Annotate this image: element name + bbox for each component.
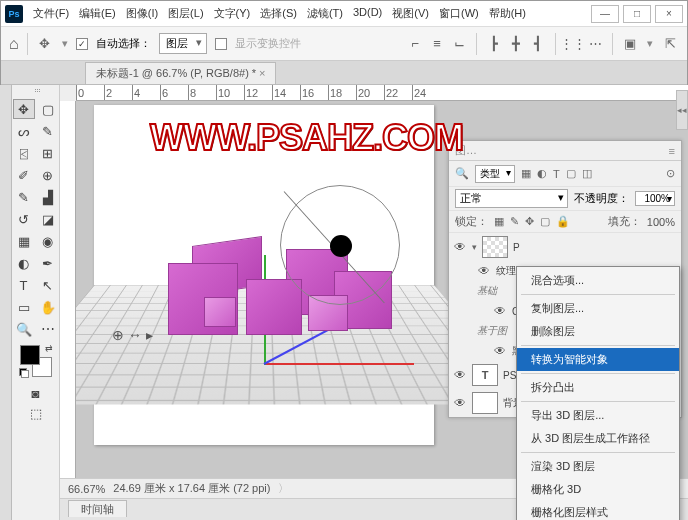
menu-window[interactable]: 窗口(W): [435, 3, 483, 24]
align-center-icon[interactable]: ╋: [507, 35, 525, 53]
blend-mode-dropdown[interactable]: 正常: [455, 189, 568, 208]
quick-select-tool[interactable]: ✎: [37, 121, 59, 141]
visibility-icon[interactable]: 👁: [493, 344, 507, 358]
3d-mode-icon[interactable]: ▣: [621, 35, 639, 53]
menu-3d[interactable]: 3D(D): [349, 3, 386, 24]
maximize-button[interactable]: □: [623, 5, 651, 23]
screen-mode-tool[interactable]: ⬚: [25, 403, 47, 423]
auto-select-dropdown[interactable]: 图层: [159, 33, 207, 54]
default-colors-icon[interactable]: [19, 368, 29, 378]
document-tab[interactable]: 未标题-1 @ 66.7% (P, RGB/8#) * ×: [85, 62, 276, 84]
quick-mask-tool[interactable]: ◙: [25, 383, 47, 403]
gradient-tool[interactable]: ▦: [13, 231, 35, 251]
layer-name[interactable]: P: [513, 242, 677, 253]
layer-row[interactable]: 👁 ▾ P: [449, 233, 681, 261]
filter-smart-icon[interactable]: ◫: [582, 167, 592, 180]
path-select-tool[interactable]: ↖: [37, 275, 59, 295]
align-left-icon[interactable]: ┣: [485, 35, 503, 53]
share-icon[interactable]: ⇱: [661, 35, 679, 53]
filter-toggle-icon[interactable]: ⊙: [666, 167, 675, 180]
visibility-icon[interactable]: 👁: [453, 396, 467, 410]
menu-select[interactable]: 选择(S): [256, 3, 301, 24]
context-menu-item[interactable]: 复制图层...: [517, 297, 679, 320]
auto-select-checkbox[interactable]: ✓: [76, 38, 88, 50]
blur-tool[interactable]: ◉: [37, 231, 59, 251]
timeline-tab-label[interactable]: 时间轴: [68, 500, 127, 517]
panel-collapse-icon[interactable]: ◂◂: [676, 90, 688, 130]
3d-move-gizmo[interactable]: ⊕ ↔ ▸: [112, 327, 172, 343]
type-tool[interactable]: T: [13, 275, 35, 295]
layer-thumbnail[interactable]: [482, 236, 508, 258]
more-icon[interactable]: ⋯: [586, 35, 604, 53]
healing-tool[interactable]: ⊕: [37, 165, 59, 185]
visibility-icon[interactable]: 👁: [477, 264, 491, 278]
menu-view[interactable]: 视图(V): [388, 3, 433, 24]
layer-thumbnail[interactable]: T: [472, 364, 498, 386]
dodge-tool[interactable]: ◐: [13, 253, 35, 273]
align-bot-icon[interactable]: ⌙: [450, 35, 468, 53]
menu-layer[interactable]: 图层(L): [164, 3, 207, 24]
context-menu-item[interactable]: 拆分凸出: [517, 376, 679, 399]
menu-filter[interactable]: 滤镜(T): [303, 3, 347, 24]
edit-toolbar[interactable]: ⋯: [37, 319, 59, 339]
color-swatch[interactable]: ⇄: [20, 345, 52, 377]
visibility-icon[interactable]: 👁: [453, 240, 467, 254]
eraser-tool[interactable]: ◪: [37, 209, 59, 229]
lock-position-icon[interactable]: ✥: [525, 215, 534, 228]
menu-type[interactable]: 文字(Y): [210, 3, 255, 24]
context-menu-item[interactable]: 渲染 3D 图层: [517, 455, 679, 478]
pen-tool[interactable]: ✒: [37, 253, 59, 273]
lasso-tool[interactable]: ᔕ: [13, 121, 35, 141]
visibility-icon[interactable]: 👁: [453, 368, 467, 382]
menu-file[interactable]: 文件(F): [29, 3, 73, 24]
move-tool-icon[interactable]: ✥: [36, 35, 54, 53]
layer-filter-dropdown[interactable]: 类型: [475, 165, 515, 183]
panel-tab-icon[interactable]: 图…: [455, 143, 477, 158]
menu-edit[interactable]: 编辑(E): [75, 3, 120, 24]
history-brush-tool[interactable]: ↺: [13, 209, 35, 229]
lock-all-icon[interactable]: 🔒: [556, 215, 570, 228]
menu-help[interactable]: 帮助(H): [485, 3, 530, 24]
foreground-color[interactable]: [20, 345, 40, 365]
lock-artboard-icon[interactable]: ▢: [540, 215, 550, 228]
lock-transparent-icon[interactable]: ▦: [494, 215, 504, 228]
context-menu-item[interactable]: 栅格化图层样式: [517, 501, 679, 520]
ruler-vertical[interactable]: [60, 101, 76, 478]
fill-field[interactable]: 100%: [647, 216, 675, 228]
zoom-level[interactable]: 66.67%: [68, 483, 105, 495]
swap-colors-icon[interactable]: ⇄: [45, 343, 53, 353]
left-panel-collapse[interactable]: [0, 85, 12, 520]
document[interactable]: ⊕ ↔ ▸: [94, 105, 434, 445]
distribute-icon[interactable]: ⋮⋮: [564, 35, 582, 53]
document-dimensions[interactable]: 24.69 厘米 x 17.64 厘米 (72 ppi): [113, 481, 270, 496]
ruler-horizontal[interactable]: 024681012141618202224: [76, 85, 688, 101]
context-menu-item[interactable]: 从 3D 图层生成工作路径: [517, 427, 679, 450]
eyedropper-tool[interactable]: ✐: [13, 165, 35, 185]
layer-thumbnail[interactable]: [472, 392, 498, 414]
opacity-field[interactable]: 100%: [635, 191, 675, 206]
panel-menu-icon[interactable]: ≡: [669, 145, 675, 157]
context-menu-item[interactable]: 栅格化 3D: [517, 478, 679, 501]
menu-image[interactable]: 图像(I): [122, 3, 162, 24]
filter-pixel-icon[interactable]: ▦: [521, 167, 531, 180]
3d-rotate-knob[interactable]: [330, 235, 352, 257]
lock-paint-icon[interactable]: ✎: [510, 215, 519, 228]
brush-tool[interactable]: ✎: [13, 187, 35, 207]
zoom-tool[interactable]: 🔍: [13, 319, 35, 339]
filter-type-icon[interactable]: T: [553, 168, 560, 180]
close-button[interactable]: ×: [655, 5, 683, 23]
context-menu-item[interactable]: 删除图层: [517, 320, 679, 343]
marquee-tool[interactable]: ▢: [37, 99, 59, 119]
visibility-icon[interactable]: 👁: [493, 304, 507, 318]
filter-shape-icon[interactable]: ▢: [566, 167, 576, 180]
context-menu-item[interactable]: 混合选项...: [517, 269, 679, 292]
filter-adjust-icon[interactable]: ◐: [537, 167, 547, 180]
align-top-icon[interactable]: ⌐: [406, 35, 424, 53]
hand-tool[interactable]: ✋: [37, 297, 59, 317]
align-right-icon[interactable]: ┫: [529, 35, 547, 53]
minimize-button[interactable]: —: [591, 5, 619, 23]
stamp-tool[interactable]: ▟: [37, 187, 59, 207]
align-mid-icon[interactable]: ≡: [428, 35, 446, 53]
rectangle-tool[interactable]: ▭: [13, 297, 35, 317]
home-icon[interactable]: ⌂: [9, 35, 19, 53]
